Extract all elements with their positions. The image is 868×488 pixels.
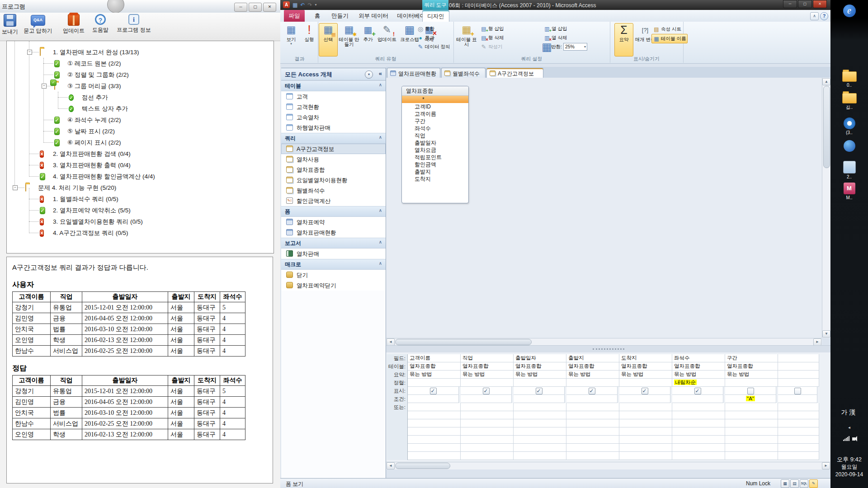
data-definition-button[interactable]: ✎데이터 정의 [415,42,455,52]
grid-cell[interactable] [725,403,778,411]
taskbar-clock[interactable]: 오후 9:42 월요일 2020-09-14 [830,455,868,479]
grid-cell[interactable] [619,387,670,395]
tab-design[interactable]: 디자인 [422,10,449,22]
desktop-icon-app[interactable]: MM.. [830,183,868,200]
grid-cell[interactable] [778,411,819,419]
tab-1[interactable]: 만들기 [328,10,352,22]
grid-cell[interactable] [461,387,512,395]
field-list-item[interactable]: * [402,96,468,103]
grid-cell[interactable] [725,419,778,427]
nav-item[interactable]: 하행열차판매 [281,122,386,133]
grid-cell[interactable] [725,387,776,395]
ribbon-minimize-icon[interactable]: ∧ [810,12,819,20]
delete-rows-button[interactable]: ▤×행 삭제 [479,33,505,42]
nav-item[interactable]: 닫기 [281,270,386,280]
grid-cell[interactable] [514,379,566,387]
tree-expander[interactable]: − [42,84,47,89]
nav-item[interactable]: 고객 [281,91,386,102]
tree-item[interactable]: ✓2. 열차표예약 예약취소 (5/5) [53,205,131,216]
grid-cell[interactable]: 열차표종합 [514,362,566,371]
grid-cell[interactable]: 열차표종합 [461,362,514,371]
scroll-thumb[interactable] [823,86,830,168]
tree-item[interactable]: ✓② 정렬 및 그룹화 (2/2) [67,69,129,80]
grid-cell[interactable] [725,411,778,419]
design-view-button[interactable]: ✎ [809,479,818,488]
grid-cell[interactable] [408,411,461,419]
save-icon[interactable]: ▦ [292,2,297,8]
grader-close-button[interactable]: ✕ [263,3,276,12]
collapse-chevron-icon[interactable]: ∧ [379,82,382,87]
grid-cell[interactable] [514,395,565,403]
grid-cell[interactable]: 구간 [725,354,778,362]
nav-item[interactable]: 열차표종합 [281,164,386,175]
grid-cell[interactable]: 묶는 방법 [725,371,778,379]
tree-expander[interactable]: − [27,50,32,55]
grid-cell[interactable] [672,452,725,460]
scroll-left-icon[interactable]: ◄ [387,338,395,346]
grid-cell[interactable] [778,395,817,403]
scroll-up-icon[interactable]: ▲ [822,78,830,85]
totals-button[interactable]: Σ요약 [614,23,633,56]
scroll-thumb[interactable] [395,339,532,345]
tree-item[interactable]: ✓점선 추가 [82,92,108,103]
field-list-item[interactable]: 출발일자 [402,139,468,146]
tree-item[interactable]: ✓4. 열차표판매현황 할인금액계산 (4/4) [53,171,155,182]
grid-cell[interactable] [619,395,670,403]
grader-minimize-button[interactable]: ─ [234,3,247,12]
grid-cell[interactable] [566,444,619,452]
collapse-chevron-icon[interactable]: ∧ [379,261,382,266]
grid-cell[interactable]: 출발일자 [514,354,566,362]
show-checkbox[interactable] [642,388,648,394]
insert-rows-button[interactable]: ▤+행 삽입 [479,24,505,33]
desktop-icon-disc[interactable]: (3.. [830,117,868,135]
qat-customize-icon[interactable]: ▾ [315,2,316,8]
tray-expand-icon[interactable]: ◄ [830,426,868,430]
grid-cell[interactable] [672,427,725,436]
grid-cell[interactable] [461,427,514,436]
sql-view-button[interactable]: SQL [800,479,808,488]
tree-item[interactable]: ×4. A구간고객정보 쿼리 (0/5) [53,227,128,239]
nav-dropdown-icon[interactable]: ▾ [365,70,373,79]
grader-maximize-button[interactable]: ▢ [249,3,262,12]
run-button[interactable]: !실행 [300,23,318,56]
grid-cell[interactable] [619,419,672,427]
scroll-left-icon[interactable]: ◄ [387,462,395,469]
splitter-handle[interactable] [593,348,624,350]
scroll-right-icon[interactable]: ► [813,338,821,346]
nav-item[interactable]: 열차표예약 [281,217,386,227]
grid-cell[interactable] [408,444,461,452]
grid-cell[interactable] [461,411,514,419]
grid-cell[interactable] [672,387,723,395]
show-checkbox[interactable] [747,388,754,394]
field-list-item[interactable]: 출발지 [402,168,468,175]
design-vertical-scrollbar[interactable]: ▲ ▼ [822,78,830,338]
grid-cell[interactable] [672,419,725,427]
grid-cell[interactable] [514,436,566,444]
navigation-pane-header[interactable]: 모든 Access 개체 ▾ « [281,68,386,80]
grid-cell[interactable]: 묶는 방법 [461,371,514,379]
field-list-item[interactable]: 직업 [402,132,468,139]
grid-cell[interactable] [566,379,619,387]
grid-cell[interactable]: 묶는 방법 [408,371,461,379]
field-list-item[interactable]: 할인금액 [402,161,468,168]
grid-horizontal-scrollbar[interactable]: ◄ ► [386,462,830,469]
grid-cell[interactable] [672,436,725,444]
grid-cell[interactable] [566,403,619,411]
grid-cell[interactable] [725,427,778,436]
ribbon-help-icon[interactable]: ? [820,12,828,20]
design-horizontal-scrollbar[interactable]: ◄ ► [386,338,822,346]
grid-cell[interactable] [778,371,819,379]
grid-cell[interactable] [778,387,817,395]
show-checkbox[interactable] [536,388,542,394]
grid-cell[interactable] [514,387,565,395]
collapse-chevron-icon[interactable]: ∧ [379,239,382,244]
qna-button[interactable]: Q&A 묻고 답하기 [19,14,57,39]
desktop-icon-ie[interactable]: e [830,5,868,17]
ime-hanja[interactable]: 漢 [849,408,858,416]
grid-cell[interactable]: 묶는 방법 [619,371,672,379]
grid-cell[interactable] [619,444,672,452]
grid-cell[interactable]: 직업 [461,354,514,362]
grid-cell[interactable] [514,419,566,427]
grid-cell[interactable] [566,387,618,395]
program-info-button[interactable]: i 프로그램 정보 [113,14,155,39]
